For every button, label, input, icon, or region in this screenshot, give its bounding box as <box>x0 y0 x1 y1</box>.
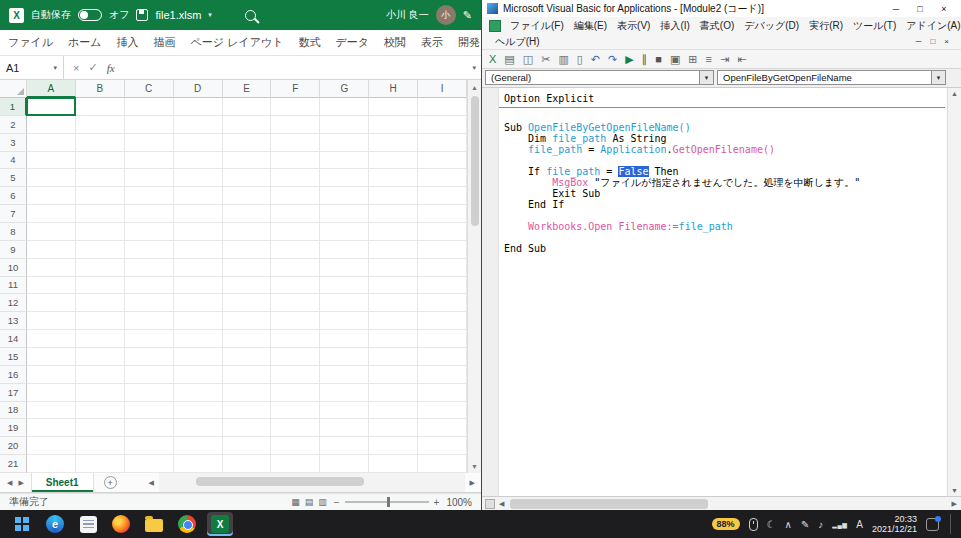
cell[interactable] <box>320 277 369 295</box>
cell[interactable] <box>418 455 467 473</box>
cell[interactable] <box>271 312 320 330</box>
cell[interactable] <box>320 205 369 223</box>
row-header[interactable]: 5 <box>0 169 27 187</box>
cell[interactable] <box>369 205 418 223</box>
close-button[interactable]: × <box>932 4 956 14</box>
cell[interactable] <box>320 259 369 277</box>
object-dropdown[interactable]: (General) ▼ <box>485 70 714 85</box>
cell[interactable] <box>271 259 320 277</box>
cell[interactable] <box>418 241 467 259</box>
cell[interactable] <box>320 419 369 437</box>
indent-icon[interactable]: ⇥ <box>720 54 729 65</box>
cell[interactable] <box>320 294 369 312</box>
cell[interactable] <box>271 169 320 187</box>
cell[interactable] <box>27 134 76 152</box>
normal-view-icon[interactable]: ▦ <box>291 497 300 507</box>
cell[interactable] <box>76 312 125 330</box>
chrome-icon[interactable] <box>174 512 200 536</box>
menu-item[interactable]: デバッグ(D) <box>739 19 804 33</box>
cell[interactable] <box>76 437 125 455</box>
cell[interactable] <box>174 169 223 187</box>
ribbon-tab[interactable]: 表示 <box>421 35 443 50</box>
cell[interactable] <box>223 419 272 437</box>
cell[interactable] <box>418 312 467 330</box>
cell[interactable] <box>125 241 174 259</box>
ribbon-tab[interactable]: 数式 <box>298 35 320 50</box>
row-header[interactable]: 15 <box>0 348 27 366</box>
cell[interactable] <box>174 348 223 366</box>
cell[interactable] <box>271 98 320 116</box>
cell[interactable] <box>271 187 320 205</box>
cell[interactable] <box>418 259 467 277</box>
show-desktop-button[interactable] <box>950 514 953 534</box>
cell[interactable] <box>320 98 369 116</box>
cell[interactable] <box>174 259 223 277</box>
cell[interactable] <box>320 223 369 241</box>
column-header[interactable]: G <box>320 80 369 98</box>
row-header[interactable]: 11 <box>0 277 27 295</box>
cell[interactable] <box>271 116 320 134</box>
cell[interactable] <box>369 241 418 259</box>
add-sheet-button[interactable]: + <box>104 476 117 489</box>
cell[interactable] <box>271 294 320 312</box>
cell[interactable] <box>125 294 174 312</box>
cell[interactable] <box>271 205 320 223</box>
run-icon[interactable]: ▶ <box>625 54 633 65</box>
cell[interactable] <box>174 152 223 170</box>
cell[interactable] <box>320 169 369 187</box>
cell[interactable] <box>27 402 76 420</box>
cell[interactable] <box>320 330 369 348</box>
ink-pen-icon[interactable]: ✎ <box>463 9 472 22</box>
cell[interactable] <box>174 437 223 455</box>
cell[interactable] <box>223 455 272 473</box>
row-header[interactable]: 16 <box>0 366 27 384</box>
name-box[interactable]: A1 ▾ <box>0 56 64 79</box>
column-header[interactable]: H <box>369 80 418 98</box>
cell[interactable] <box>27 259 76 277</box>
cell[interactable] <box>174 384 223 402</box>
ime-icon[interactable]: A <box>856 519 863 530</box>
cell[interactable] <box>27 223 76 241</box>
scroll-right-icon[interactable]: ▶ <box>948 500 961 508</box>
zoom-out-icon[interactable]: − <box>334 497 340 508</box>
child-minimize-button[interactable]: ─ <box>916 37 922 46</box>
menu-item[interactable]: 書式(O) <box>695 19 739 33</box>
row-header[interactable]: 12 <box>0 294 27 312</box>
cell[interactable] <box>418 98 467 116</box>
cell[interactable] <box>27 277 76 295</box>
row-header[interactable]: 19 <box>0 419 27 437</box>
sound-icon[interactable]: ♪ <box>818 519 823 530</box>
start-button[interactable] <box>9 512 35 536</box>
cell[interactable] <box>418 169 467 187</box>
cell[interactable] <box>320 348 369 366</box>
ribbon-tab[interactable]: ページ レイアウト <box>191 35 284 50</box>
cell[interactable] <box>125 134 174 152</box>
cell[interactable] <box>27 419 76 437</box>
cell[interactable] <box>76 330 125 348</box>
cell[interactable] <box>76 259 125 277</box>
reset-icon[interactable]: ■ <box>655 54 662 65</box>
notification-icon[interactable] <box>926 518 939 531</box>
hidden-icons-chevron[interactable]: ∧ <box>785 519 792 530</box>
cell[interactable] <box>418 187 467 205</box>
child-close-button[interactable]: × <box>944 37 949 46</box>
cell[interactable] <box>223 348 272 366</box>
cell[interactable] <box>174 366 223 384</box>
cell[interactable] <box>76 348 125 366</box>
zoom-in-icon[interactable]: + <box>434 497 440 508</box>
column-header[interactable]: E <box>223 80 272 98</box>
ribbon-tab[interactable]: データ <box>335 35 369 50</box>
cell[interactable] <box>369 98 418 116</box>
edge-icon[interactable]: e <box>42 512 68 536</box>
cell[interactable] <box>76 169 125 187</box>
cell[interactable] <box>320 134 369 152</box>
menu-item[interactable]: ファイル(F) <box>505 19 569 33</box>
cell[interactable] <box>125 259 174 277</box>
cell[interactable] <box>125 402 174 420</box>
cell[interactable] <box>125 330 174 348</box>
search-icon[interactable] <box>245 10 256 21</box>
cell[interactable] <box>369 134 418 152</box>
cell[interactable] <box>320 241 369 259</box>
cell[interactable] <box>174 455 223 473</box>
cell[interactable] <box>418 294 467 312</box>
